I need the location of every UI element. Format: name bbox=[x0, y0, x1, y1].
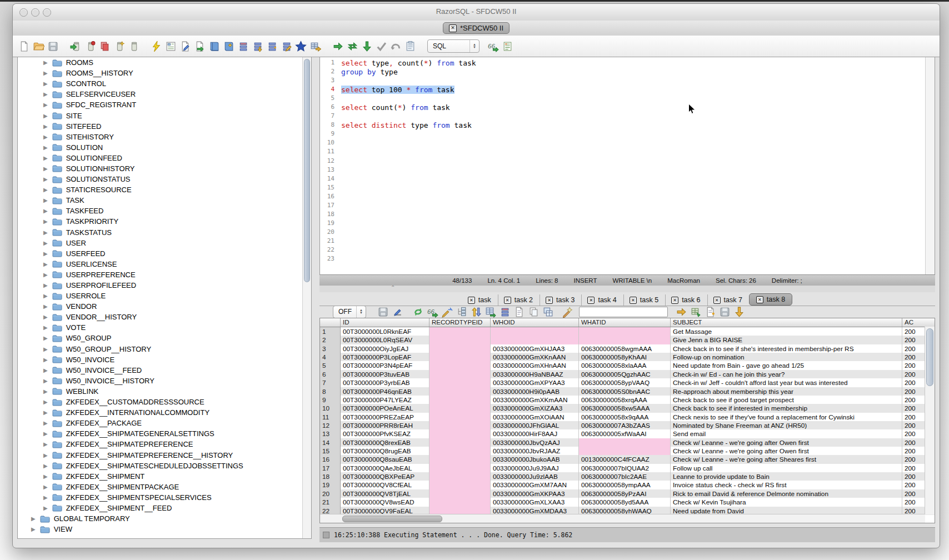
table-cell[interactable]: Follow up call bbox=[671, 464, 902, 472]
table-cell[interactable]: Give Jenn a BIG RAISE bbox=[671, 336, 902, 344]
table-cell[interactable] bbox=[429, 327, 491, 336]
document-tab[interactable]: ✕ *SFDCW50 II bbox=[443, 22, 510, 34]
table-row[interactable]: 1600T3000000Q8sauEAB0033000000JbukoAAB00… bbox=[320, 455, 935, 463]
window-titlebar[interactable]: RazorSQL - SFDCW50 II bbox=[13, 4, 940, 21]
tree-item-vendor[interactable]: ▶VENDOR bbox=[18, 301, 311, 312]
table-cell[interactable]: 0033000000GmXLXAA3 bbox=[491, 498, 579, 506]
table-cell[interactable]: 0033000000JbvQzAAJ bbox=[491, 438, 579, 447]
editor-scrollbar[interactable] bbox=[925, 57, 935, 274]
code-line[interactable] bbox=[341, 228, 923, 237]
code-line[interactable]: select count(*) from task bbox=[341, 103, 923, 112]
tree-item-view[interactable]: ▶VIEW bbox=[18, 524, 311, 534]
code-line[interactable] bbox=[341, 130, 923, 139]
close-tab-icon[interactable]: ✕ bbox=[630, 297, 637, 304]
jar-icon[interactable] bbox=[128, 41, 139, 52]
table-cell[interactable]: 0033000000GmXM7AAN bbox=[491, 481, 579, 489]
result-tab-task-3[interactable]: ✕task 3 bbox=[540, 294, 581, 306]
table-cell[interactable]: 0033000000GmXHnAAN bbox=[491, 361, 579, 369]
tree-item-zkfedex-shipmategeneralsettings[interactable]: ▶ZKFEDEX__SHIPMATEGENERALSETTINGS bbox=[18, 428, 311, 439]
table-cell[interactable]: 00630000005QgzhAAC bbox=[579, 370, 671, 378]
table-row[interactable]: 1200T3000000PRR8rEAH0033000000JFhGlAAL00… bbox=[320, 421, 935, 429]
table-cell[interactable]: 00630000007bIc2AAE bbox=[579, 472, 671, 481]
tree-item-selfserviceuser[interactable]: ▶SELFSERVICEUSER bbox=[18, 89, 311, 99]
table-row[interactable]: 200T3000000L0RqSEAVGive Jenn a BIG RAISE… bbox=[320, 336, 935, 344]
expand-triangle-icon[interactable]: ▶ bbox=[43, 102, 48, 108]
tree-item-userprofilefeed[interactable]: ▶USERPROFILEFEED bbox=[18, 280, 311, 291]
expand-triangle-icon[interactable]: ▶ bbox=[43, 187, 48, 193]
table-cell[interactable] bbox=[579, 336, 671, 344]
close-tab-icon[interactable]: ✕ bbox=[546, 297, 553, 304]
table-row[interactable]: 2100T3000000QV8wsEAD0033000000GmXLXAA300… bbox=[320, 498, 935, 506]
tree-item-w50-invoice-feed[interactable]: ▶W50_INVOICE__FEED bbox=[18, 365, 311, 376]
close-tab-icon[interactable]: ✕ bbox=[671, 297, 678, 304]
table-cell[interactable]: 6 bbox=[320, 370, 341, 378]
expand-triangle-icon[interactable]: ▶ bbox=[43, 81, 48, 87]
column-header-ID[interactable]: ID bbox=[341, 318, 429, 327]
table-cell[interactable] bbox=[429, 429, 491, 438]
table-cell[interactable]: 00T3000000OiyJgEAJ bbox=[341, 344, 429, 353]
import-jar-icon[interactable] bbox=[70, 41, 82, 52]
tree-item-sfdc-registrant[interactable]: ▶SFDC_REGISTRANT bbox=[18, 99, 311, 110]
code-line[interactable]: select distinct type from task bbox=[341, 121, 923, 130]
table-cell[interactable]: 13 bbox=[320, 429, 341, 438]
table-cell[interactable]: 0033000000GmXPYAA3 bbox=[491, 378, 579, 387]
download-yellow-icon[interactable] bbox=[733, 306, 745, 318]
expand-triangle-icon[interactable]: ▶ bbox=[43, 357, 48, 363]
column-bars-icon[interactable] bbox=[499, 306, 511, 318]
code-line[interactable] bbox=[341, 175, 923, 184]
table-cell[interactable]: Check-in w/ Ed - can he join this year? bbox=[671, 370, 902, 378]
tree-item-user[interactable]: ▶USER bbox=[18, 238, 311, 248]
table-cell[interactable]: 0033000000Ju9J9AAJ bbox=[491, 464, 579, 472]
tree-item-w50-group[interactable]: ▶W50_GROUP bbox=[18, 333, 311, 343]
expand-triangle-icon[interactable]: ▶ bbox=[31, 516, 36, 522]
table-cell[interactable]: 0033000000GmXIZAA3 bbox=[491, 404, 579, 412]
table-row[interactable]: 600T3000000P3tuvEAB0033000000H9aNBAAZ006… bbox=[320, 370, 935, 378]
table-row[interactable]: 1500T3000000Q8rugEAB0033000000JbvRJAAZCh… bbox=[320, 447, 935, 455]
table-cell[interactable]: 00630000007A3bZAAS bbox=[579, 421, 671, 429]
stepper-icon[interactable]: ▲▼ bbox=[469, 40, 479, 52]
tree-item-zkfedex-shipment[interactable]: ▶ZKFEDEX__SHIPMENT bbox=[18, 471, 311, 482]
tree-item-weblink[interactable]: ▶WEBLINK bbox=[18, 386, 311, 397]
tree-item-zkfedex-shipmatescheduledjobssettings[interactable]: ▶ZKFEDEX__SHIPMATESCHEDULEDJOBSSETTINGS bbox=[18, 461, 311, 471]
expand-triangle-icon[interactable]: ▶ bbox=[43, 378, 48, 384]
table-cell[interactable]: 4 bbox=[320, 353, 341, 361]
book-icon[interactable] bbox=[208, 41, 220, 52]
table-cell[interactable]: 0033000000GmXHJAA3 bbox=[491, 344, 579, 353]
expand-triangle-icon[interactable]: ▶ bbox=[43, 473, 48, 479]
column-header-SUBJECT[interactable]: SUBJECT bbox=[671, 318, 902, 327]
view-glasses-icon[interactable]: 66 bbox=[487, 41, 499, 52]
tree-item-solutionhistory[interactable]: ▶SOLUTIONHISTORY bbox=[18, 163, 311, 174]
table-cell[interactable] bbox=[429, 336, 491, 344]
table-cell[interactable]: 9 bbox=[320, 396, 341, 404]
splitter-handle[interactable]: ⌃ bbox=[319, 286, 935, 292]
tree-item-w50-invoice-history[interactable]: ▶W50_INVOICE__HISTORY bbox=[18, 376, 311, 386]
table-cell[interactable]: 20 bbox=[320, 489, 341, 498]
table-cell[interactable]: 0033000000GmXKPAA3 bbox=[491, 489, 579, 498]
expand-triangle-icon[interactable]: ▶ bbox=[43, 463, 48, 469]
code-line[interactable] bbox=[341, 255, 923, 264]
fetch-arrow-icon[interactable] bbox=[361, 41, 373, 52]
table-cell[interactable] bbox=[429, 404, 491, 412]
expand-triangle-icon[interactable]: ▶ bbox=[43, 70, 48, 76]
close-tab-icon[interactable]: ✕ bbox=[587, 297, 595, 304]
tree-item-taskpriority[interactable]: ▶TASKPRIORITY bbox=[18, 216, 311, 227]
table-cell[interactable] bbox=[429, 421, 491, 429]
table-cell[interactable]: 0033000000GmXOiAAN bbox=[491, 413, 579, 421]
open-folder-icon[interactable] bbox=[33, 41, 44, 52]
table-cell[interactable] bbox=[429, 413, 491, 421]
table-cell[interactable]: 7 bbox=[320, 378, 341, 387]
tree-plus-icon[interactable] bbox=[456, 306, 467, 318]
history-clipboard-icon[interactable] bbox=[404, 41, 416, 52]
table-cell[interactable] bbox=[429, 464, 491, 472]
save-disk-icon[interactable] bbox=[47, 41, 59, 52]
result-tab-task-7[interactable]: ✕task 7 bbox=[707, 294, 749, 306]
result-tab-task-5[interactable]: ✕task 5 bbox=[623, 294, 665, 306]
insert-bars-icon[interactable] bbox=[266, 41, 278, 52]
edit-page-icon[interactable] bbox=[179, 41, 191, 52]
result-tab-task-6[interactable]: ✕task 6 bbox=[665, 294, 707, 306]
table-cell[interactable] bbox=[491, 336, 579, 344]
tree-item-scontrol[interactable]: ▶SCONTROL bbox=[18, 78, 311, 89]
tree-item-vendor-history[interactable]: ▶VENDOR__HISTORY bbox=[18, 312, 311, 322]
tree-item-zkfedex-shipmentspecialservices[interactable]: ▶ZKFEDEX__SHIPMENTSPECIALSERVICES bbox=[18, 492, 311, 503]
table-cell[interactable]: Send email bbox=[671, 429, 902, 438]
